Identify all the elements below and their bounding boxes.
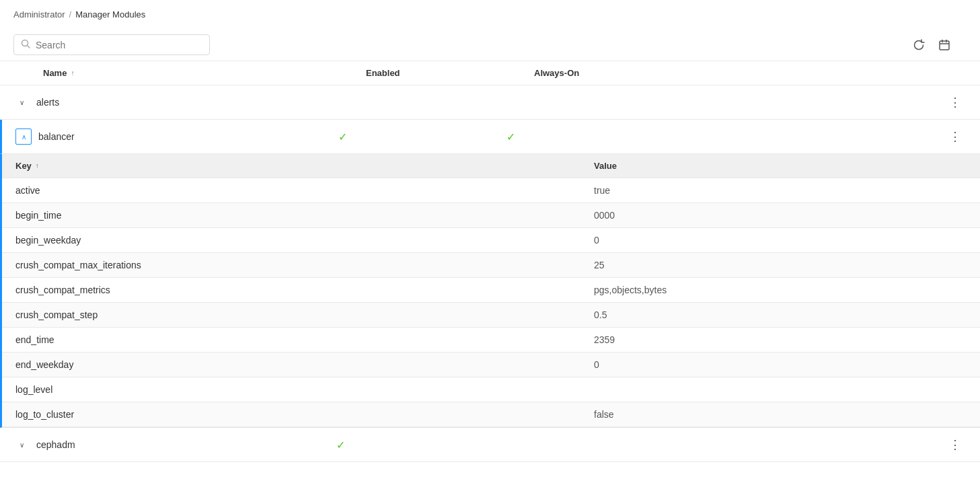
expand-btn-cephadm[interactable]: ∨	[13, 437, 30, 453]
sort-icon: ↑	[71, 69, 74, 77]
detail-area-balancer: Key ↑ Value active true begin_time 0000 …	[0, 154, 980, 428]
detail-value: 25	[594, 260, 967, 270]
module-enabled-cephadm: ✓	[336, 439, 504, 451]
detail-value: pgs,objects,bytes	[594, 285, 967, 295]
detail-value: 0	[594, 359, 967, 370]
module-row-alerts[interactable]: ∨ alerts ⋮	[0, 85, 980, 120]
chevron-down-icon: ∨	[20, 99, 24, 106]
detail-key: log_level	[15, 384, 594, 395]
table-header: Name ↑ Enabled Always-On	[0, 61, 980, 85]
detail-key: crush_compat_step	[15, 309, 594, 320]
module-always-on-balancer: ✓	[506, 131, 944, 143]
detail-col-value: Value	[594, 161, 967, 171]
refresh-button[interactable]	[910, 36, 928, 54]
detail-value: 2359	[594, 334, 967, 345]
check-enabled-balancer: ✓	[338, 131, 347, 143]
detail-value: 0000	[594, 210, 967, 221]
module-actions-cephadm[interactable]: ⋮	[944, 436, 967, 453]
expand-btn-balancer[interactable]: ∧	[15, 128, 32, 145]
svg-rect-2	[940, 41, 949, 50]
module-row-balancer[interactable]: ∧ balancer ✓ ✓ ⋮	[0, 120, 980, 154]
detail-key: crush_compat_metrics	[15, 285, 594, 295]
check-enabled-cephadm: ✓	[336, 439, 345, 451]
detail-value: 0	[594, 235, 967, 246]
detail-row: crush_compat_step 0.5	[2, 303, 980, 328]
toolbar	[0, 29, 980, 61]
detail-value: 0.5	[594, 309, 967, 320]
search-input[interactable]	[36, 40, 202, 50]
detail-row: log_to_cluster false	[2, 402, 980, 427]
breadcrumb-current: Manager Modules	[75, 9, 145, 20]
module-actions-balancer[interactable]: ⋮	[944, 128, 967, 145]
breadcrumb-admin[interactable]: Administrator	[13, 9, 65, 20]
svg-line-1	[28, 46, 30, 48]
check-always-on-balancer: ✓	[506, 131, 515, 143]
detail-value: false	[594, 409, 967, 420]
search-icon	[21, 39, 30, 50]
detail-value: true	[594, 185, 967, 196]
detail-key: active	[15, 185, 594, 196]
col-header-always-on: Always-On	[534, 68, 967, 78]
detail-header: Key ↑ Value	[2, 154, 980, 178]
breadcrumb-sep: /	[69, 9, 72, 20]
module-name-alerts: alerts	[30, 97, 336, 108]
detail-row: crush_compat_max_iterations 25	[2, 253, 980, 278]
module-name-balancer: balancer	[32, 131, 338, 142]
module-enabled-balancer: ✓	[338, 131, 506, 143]
module-row-cephadm[interactable]: ∨ cephadm ✓ ⋮	[0, 428, 980, 462]
detail-sort-icon: ↑	[36, 162, 39, 170]
expand-btn-alerts[interactable]: ∨	[13, 94, 30, 110]
detail-row: log_level	[2, 377, 980, 402]
col-header-name: Name ↑	[43, 68, 366, 78]
chevron-up-icon: ∧	[22, 133, 26, 141]
detail-row: begin_time 0000	[2, 203, 980, 228]
detail-key: log_to_cluster	[15, 409, 594, 420]
detail-key: end_weekday	[15, 359, 594, 370]
detail-scroll-area[interactable]: active true begin_time 0000 begin_weekda…	[2, 178, 980, 427]
detail-row: begin_weekday 0	[2, 228, 980, 253]
detail-key: crush_compat_max_iterations	[15, 260, 594, 270]
module-actions-alerts[interactable]: ⋮	[944, 94, 967, 111]
detail-col-key: Key ↑	[15, 161, 594, 171]
detail-key: end_time	[15, 334, 594, 345]
search-box[interactable]	[13, 34, 210, 55]
detail-key: begin_weekday	[15, 235, 594, 246]
chevron-down-icon-cephadm: ∨	[20, 441, 24, 449]
detail-row: crush_compat_metrics pgs,objects,bytes	[2, 278, 980, 303]
module-name-cephadm: cephadm	[30, 439, 336, 450]
calendar-button[interactable]	[936, 36, 953, 54]
detail-key: begin_time	[15, 210, 594, 221]
detail-row: end_weekday 0	[2, 353, 980, 377]
detail-row: end_time 2359	[2, 328, 980, 353]
breadcrumb: Administrator / Manager Modules	[0, 0, 980, 29]
modules-table: Name ↑ Enabled Always-On ∨ alerts ⋮ ∧ ba…	[0, 61, 980, 462]
col-header-enabled: Enabled	[366, 68, 534, 78]
detail-row: active true	[2, 178, 980, 203]
